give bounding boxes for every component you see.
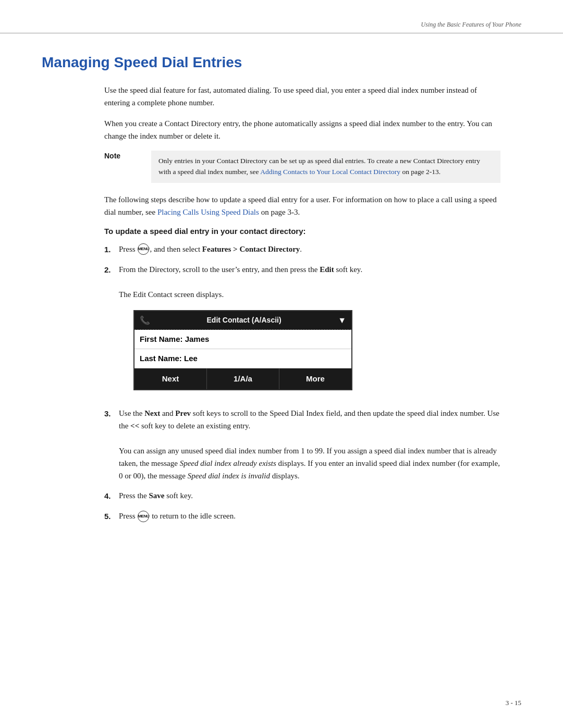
- step-3-extra: You can assign any unused speed dial ind…: [119, 447, 500, 480]
- step-1: 1. Press MENU, and then select Features …: [104, 243, 500, 256]
- softkey-1Aa[interactable]: 1/A/a: [207, 368, 279, 389]
- scroll-arrow-icon: ▼: [338, 314, 346, 327]
- step-3-num: 3.: [104, 408, 119, 420]
- step-4-bold: Save: [149, 491, 165, 500]
- step-2-text: From the Directory, scroll to the user’s…: [119, 265, 362, 274]
- softkey-more[interactable]: More: [279, 368, 351, 389]
- step-3-content: Use the Next and Prev soft keys to scrol…: [119, 407, 500, 482]
- page-number: 3 - 15: [506, 699, 521, 707]
- step-3: 3. Use the Next and Prev soft keys to sc…: [104, 407, 500, 482]
- note-suffix: on page 2-13.: [400, 168, 440, 176]
- step-5-content: Press MENU to return to the idle screen.: [119, 510, 500, 523]
- page-title: Managing Speed Dial Entries: [42, 54, 521, 71]
- note-link[interactable]: Adding Contacts to Your Local Contact Di…: [260, 168, 400, 176]
- step-3-bold2: Prev: [175, 409, 191, 417]
- intro-para-2: When you create a Contact Directory entr…: [104, 117, 500, 142]
- step-3-bold3: <<: [130, 422, 139, 430]
- header-text: Using the Basic Features of Your Phone: [421, 21, 521, 29]
- step-2-subtext: The Edit Contact screen displays.: [119, 290, 224, 299]
- step-3-text: Use the Next and Prev soft keys to scrol…: [119, 409, 499, 430]
- screen-field-2: Last Name: Lee: [134, 349, 351, 368]
- step-2-content: From the Directory, scroll to the user’s…: [119, 263, 500, 400]
- step-1-num: 1.: [104, 243, 119, 256]
- screen-field-1: First Name: James: [134, 330, 351, 349]
- intro-para-1: Use the speed dial feature for fast, aut…: [104, 84, 500, 109]
- note-container: Note Only entries in your Contact Direct…: [104, 151, 500, 183]
- screen-title-bar: 📞 Edit Contact (A/Ascii) ▼: [134, 311, 351, 330]
- step-4: 4. Press the Save soft key.: [104, 489, 500, 502]
- page-footer: 3 - 15: [506, 699, 521, 707]
- phone-screen-wrapper: 📞 Edit Contact (A/Ascii) ▼ First Name: J…: [133, 310, 500, 391]
- softkey-next[interactable]: Next: [134, 368, 207, 389]
- screen-title: Edit Contact (A/Ascii): [150, 314, 338, 326]
- step-5: 5. Press MENU to return to the idle scre…: [104, 510, 500, 523]
- intro3-suffix: on page 3-3.: [259, 208, 300, 216]
- step-2: 2. From the Directory, scroll to the use…: [104, 263, 500, 400]
- page-header: Using the Basic Features of Your Phone: [0, 0, 563, 33]
- step-3-italic1: Speed dial index already exists: [180, 459, 276, 467]
- phone-screen: 📞 Edit Contact (A/Ascii) ▼ First Name: J…: [133, 310, 352, 391]
- step-5-num: 5.: [104, 510, 119, 523]
- main-content: Managing Speed Dial Entries Use the spee…: [0, 33, 563, 561]
- step-2-bold: Edit: [320, 265, 334, 274]
- step-1-content: Press MENU, and then select Features > C…: [119, 243, 500, 256]
- intro-para-3: The following steps describe how to upda…: [104, 193, 500, 218]
- steps-list: 1. Press MENU, and then select Features …: [104, 243, 500, 523]
- intro3-link[interactable]: Placing Calls Using Speed Dials: [157, 208, 259, 216]
- step-3-bold1: Next: [144, 409, 160, 417]
- body-indent: Use the speed dial feature for fast, aut…: [104, 84, 500, 523]
- step-3-italic2: Speed dial index is invalid: [188, 472, 270, 480]
- note-box: Only entries in your Contact Directory c…: [151, 151, 500, 183]
- menu-icon-1: MENU: [138, 243, 149, 255]
- phone-icon: 📞: [140, 314, 150, 327]
- sub-heading: To update a speed dial entry in your con…: [104, 227, 500, 236]
- step-4-num: 4.: [104, 490, 119, 502]
- note-label: Note: [104, 152, 151, 160]
- screen-softkeys: Next 1/A/a More: [134, 368, 351, 389]
- page-container: Using the Basic Features of Your Phone M…: [0, 0, 563, 728]
- step-4-content: Press the Save soft key.: [119, 489, 500, 502]
- menu-icon-2: MENU: [138, 511, 149, 522]
- step-1-bold: Features > Contact Directory: [202, 245, 300, 253]
- step-2-num: 2.: [104, 264, 119, 276]
